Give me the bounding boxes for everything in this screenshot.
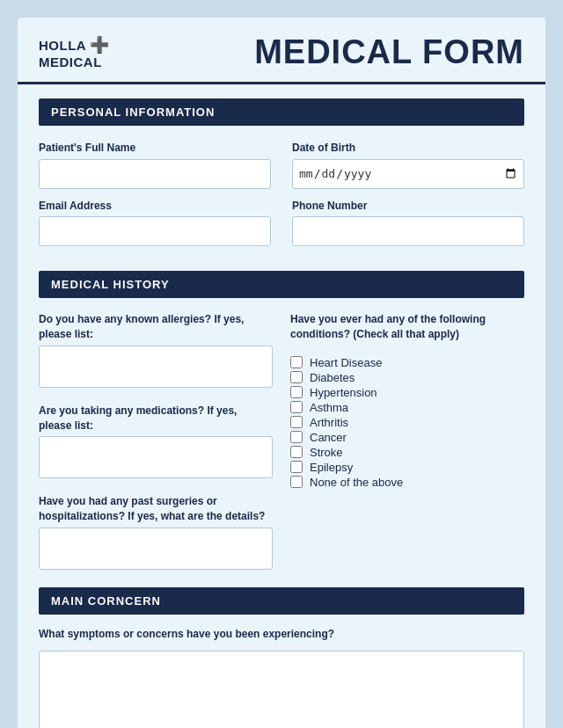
personal-section-body: Patient's Full Name Date of Birth Email … [39,126,524,246]
medications-input[interactable] [39,436,273,478]
phone-label: Phone Number [292,200,524,214]
allergies-label: Do you have any known allergies? If yes,… [39,312,273,342]
condition-label: Epilepsy [310,461,353,474]
condition-checkbox-0[interactable] [290,356,303,368]
email-input[interactable] [39,216,271,246]
right-column: Have you ever had any of the following c… [290,312,524,573]
surgeries-group: Have you had any past surgeries or hospi… [39,494,273,573]
condition-checkbox-7[interactable] [290,461,303,473]
condition-item: Stroke [290,446,524,459]
medical-section-header: MEDICAL HISTORY [39,271,524,298]
condition-item: Asthma [290,401,524,414]
dob-label: Date of Birth [292,142,524,156]
condition-checkbox-5[interactable] [290,431,303,443]
personal-section: PERSONAL INFORMATION Patient's Full Name… [39,98,524,257]
logo-medical: MEDICAL [39,55,102,69]
medical-two-col: Do you have any known allergies? If yes,… [39,312,524,573]
form-content: PERSONAL INFORMATION Patient's Full Name… [18,84,545,728]
condition-label: Stroke [310,446,343,459]
condition-checkbox-3[interactable] [290,401,303,413]
condition-item: Cancer [290,431,524,444]
condition-item: None of the above [290,476,524,489]
medical-section-body: Do you have any known allergies? If yes,… [39,298,524,573]
medications-label: Are you taking any medications? If yes, … [39,404,273,433]
concern-section-body: What symptoms or concerns have you been … [39,615,524,728]
logo-holla: HOLLA [39,38,86,53]
condition-label: Cancer [310,431,347,444]
phone-input[interactable] [292,216,524,246]
patient-name-label: Patient's Full Name [39,142,271,156]
dob-input[interactable] [292,159,524,189]
condition-item: Epilepsy [290,461,524,474]
condition-label: Asthma [310,401,348,414]
logo-top: HOLLA ➕ [39,35,110,55]
condition-checkbox-1[interactable] [290,371,303,383]
email-group: Email Address [39,200,271,247]
surgeries-label: Have you had any past surgeries or hospi… [39,494,273,524]
condition-label: Arthritis [310,416,348,429]
dob-group: Date of Birth [292,142,524,189]
email-label: Email Address [39,200,271,214]
condition-label: Heart Disease [310,356,382,369]
medications-group: Are you taking any medications? If yes, … [39,404,273,483]
condition-label: Hypertension [310,386,377,399]
patient-name-group: Patient's Full Name [39,142,271,189]
medical-section: MEDICAL HISTORY Do you have any known al… [39,271,524,573]
conditions-label: Have you ever had any of the following c… [290,312,524,342]
condition-item: Arthritis [290,416,524,429]
condition-item: Hypertension [290,386,524,399]
form-header: HOLLA ➕ MEDICAL MEDICAL FORM [18,18,545,84]
symptoms-label: What symptoms or concerns have you been … [39,627,524,642]
surgeries-input[interactable] [39,528,273,570]
email-phone-row: Email Address Phone Number [39,200,524,247]
phone-group: Phone Number [292,200,524,247]
condition-label: None of the above [310,476,403,489]
left-column: Do you have any known allergies? If yes,… [39,312,273,573]
allergies-group: Do you have any known allergies? If yes,… [39,312,273,391]
logo-plus-icon: ➕ [90,35,110,55]
condition-item: Heart Disease [290,356,524,369]
allergies-input[interactable] [39,346,273,388]
concern-section: MAIN CORNCERN What symptoms or concerns … [39,587,524,728]
condition-checkbox-6[interactable] [290,446,303,458]
concern-section-header: MAIN CORNCERN [39,587,524,615]
conditions-list: Heart DiseaseDiabetesHypertensionAsthmaA… [290,356,524,491]
page-title: MEDICAL FORM [254,33,524,71]
medical-form-page: HOLLA ➕ MEDICAL MEDICAL FORM PERSONAL IN… [18,18,545,728]
condition-item: Diabetes [290,371,524,384]
condition-checkbox-8[interactable] [290,476,303,488]
personal-section-header: PERSONAL INFORMATION [39,98,524,126]
condition-checkbox-4[interactable] [290,416,303,428]
name-dob-row: Patient's Full Name Date of Birth [39,142,524,189]
symptoms-input[interactable] [39,651,524,728]
logo: HOLLA ➕ MEDICAL [39,35,110,69]
condition-label: Diabetes [310,371,355,384]
condition-checkbox-2[interactable] [290,386,303,398]
patient-name-input[interactable] [39,159,271,189]
